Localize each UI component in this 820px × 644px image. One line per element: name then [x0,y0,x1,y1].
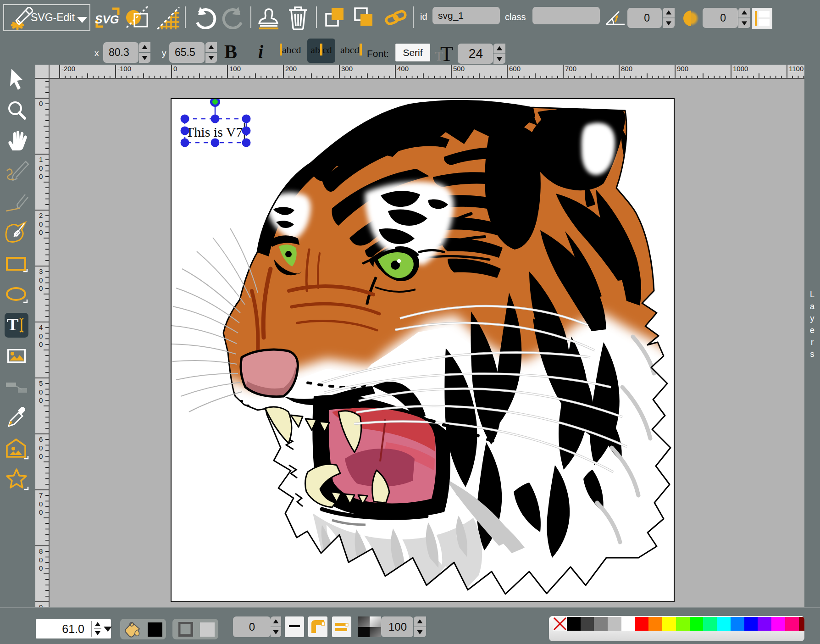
svg-text:0: 0 [39,564,43,572]
svg-text:0: 0 [39,340,43,348]
svg-text:1100: 1100 [789,65,803,72]
svg-text:0: 0 [39,396,43,404]
svg-text:4: 4 [39,323,43,331]
svg-text:0: 0 [39,100,43,107]
svg-text:This is V7: This is V7 [186,124,243,139]
svg-text:200: 200 [285,65,297,72]
svg-text:0: 0 [39,452,43,460]
svg-text:5: 5 [39,379,43,387]
svg-text:0: 0 [39,228,43,236]
svg-text:1000: 1000 [733,65,748,72]
svg-text:0: 0 [39,284,43,292]
svg-text:0: 0 [39,276,43,284]
svg-text:0: 0 [39,332,43,340]
svg-text:-100: -100 [117,65,131,72]
svg-text:-200: -200 [61,65,75,72]
svg-text:500: 500 [453,65,465,72]
svg-text:2: 2 [39,211,43,219]
svg-text:0: 0 [39,556,43,564]
svg-text:3: 3 [39,267,43,275]
svg-text:9: 9 [39,603,43,607]
svg-text:8: 8 [39,547,43,555]
svg-text:0: 0 [173,65,177,72]
svg-text:0: 0 [39,164,43,172]
svg-text:SVG-Edit: SVG-Edit [31,11,75,23]
svg-text:0: 0 [39,508,43,516]
svg-text:T: T [7,315,18,334]
svg-text:1: 1 [39,155,43,163]
svg-text:6: 6 [39,435,43,443]
svg-text:300: 300 [341,65,353,72]
svg-text:700: 700 [565,65,576,72]
svg-text:0: 0 [39,500,43,508]
svg-text:0: 0 [39,220,43,228]
svg-text:400: 400 [397,65,409,72]
svg-text:0: 0 [39,388,43,396]
svg-text:600: 600 [509,65,521,72]
svg-text:0: 0 [39,172,43,180]
svg-text:900: 900 [677,65,688,72]
svg-text:800: 800 [621,65,632,72]
svg-text:0: 0 [39,444,43,452]
svg-text:100: 100 [229,65,241,72]
svg-text:T: T [440,44,453,63]
svg-text:SVG: SVG [95,13,120,26]
svg-text:7: 7 [39,491,43,499]
